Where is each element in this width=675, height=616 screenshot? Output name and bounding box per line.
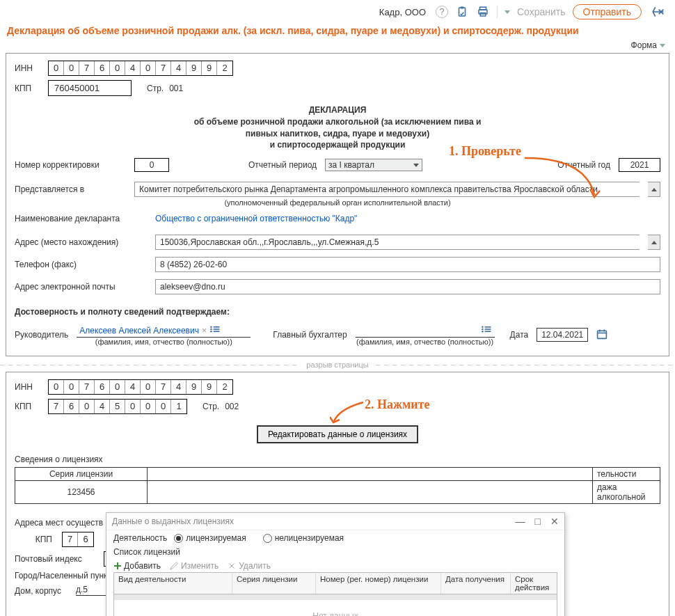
svg-point-7 — [210, 331, 212, 332]
digit-box[interactable]: 4 — [125, 380, 141, 394]
digit-box[interactable]: 0 — [141, 61, 156, 75]
col-activity: Вид деятельности — [114, 573, 232, 594]
licenses-dialog: Данные о выданных лицензиях — □ ✕ Деятел… — [106, 512, 565, 616]
close-icon[interactable]: ✕ — [550, 516, 559, 527]
digit-box[interactable]: 0 — [49, 61, 64, 75]
digit-box[interactable]: 0 — [49, 380, 64, 394]
digit-box[interactable]: 0 — [110, 380, 125, 394]
delete-button[interactable]: Удалить — [227, 561, 271, 571]
dropdown-button[interactable] — [648, 182, 660, 197]
address-input[interactable]: 150036,Ярославская обл.,,г.Ярославль,,,у… — [155, 235, 640, 250]
pencil-icon — [169, 561, 179, 571]
trash-icon — [227, 561, 237, 571]
clear-icon[interactable]: × — [202, 326, 207, 335]
digit-box[interactable]: 0 — [79, 400, 95, 413]
list-icon[interactable] — [209, 325, 221, 335]
save-button[interactable]: Сохранить — [517, 6, 566, 17]
kpp2-digits[interactable]: 76 — [62, 532, 94, 547]
digit-box[interactable]: 1 — [171, 400, 186, 413]
email-input[interactable]: alekseev@dno.ru — [155, 279, 660, 294]
date-input[interactable]: 12.04.2021 — [537, 328, 588, 342]
calendar-icon[interactable] — [596, 329, 608, 342]
kpp-value[interactable]: 760450001 — [48, 80, 132, 96]
digit-box[interactable]: 4 — [125, 61, 141, 75]
digit-box[interactable]: 0 — [156, 400, 171, 413]
edit-licenses-button[interactable]: Редактировать данные о лицензиях — [257, 425, 418, 443]
inn-digits[interactable]: 007604074992 — [48, 379, 233, 395]
digit-box[interactable]: 6 — [95, 61, 110, 75]
digit-box[interactable]: 2 — [217, 61, 232, 75]
digit-box[interactable]: 7 — [79, 61, 95, 75]
page-str-label: Стр. — [147, 84, 164, 93]
digit-box[interactable]: 6 — [78, 532, 93, 546]
chevron-down-icon[interactable] — [660, 44, 665, 47]
head-field[interactable]: Алексеев Алексей Алексеевич × — [77, 324, 251, 338]
digit-box[interactable]: 0 — [141, 380, 156, 394]
declarant-link[interactable]: Общество с ограниченной ответственностью… — [155, 214, 357, 223]
digit-box[interactable]: 9 — [202, 61, 217, 75]
digit-box[interactable]: 7 — [49, 400, 64, 413]
table-row[interactable] — [113, 594, 557, 600]
phone-input[interactable]: 8 (4852) 26-02-60 — [155, 257, 660, 272]
digit-box[interactable]: 9 — [186, 380, 202, 394]
accountant-field[interactable] — [356, 324, 495, 338]
fio-hint: (фамилия, имя, отчество (полностью)) — [356, 338, 495, 346]
col-date: Дата получения — [441, 573, 511, 594]
kpp-label: КПП — [15, 402, 42, 411]
minimize-icon[interactable]: — — [516, 516, 525, 527]
digit-box[interactable]: 7 — [156, 380, 171, 394]
house-label: Дом, корпус — [15, 586, 70, 596]
close-icon[interactable] — [649, 4, 667, 19]
digit-box[interactable]: 0 — [64, 61, 79, 75]
maximize-icon[interactable]: □ — [535, 516, 541, 527]
address-label: Адрес (место нахождения) — [15, 237, 147, 247]
license-columns: Вид деятельности Серия лицензии Номер (р… — [113, 572, 557, 594]
page-str-label: Стр. — [202, 402, 219, 411]
digit-box[interactable]: 0 — [125, 400, 141, 413]
digit-box[interactable]: 2 — [217, 380, 232, 394]
addresses-label: Адреса мест осуществ — [15, 518, 103, 528]
digit-box[interactable]: 7 — [79, 380, 95, 394]
cell-series: 123456 — [15, 481, 148, 504]
edit-button[interactable]: Изменить — [169, 561, 219, 571]
activity-label: Деятельность — [113, 533, 167, 543]
digit-box[interactable]: 9 — [186, 61, 202, 75]
digit-box[interactable]: 5 — [110, 400, 125, 413]
digit-box[interactable]: 7 — [156, 61, 171, 75]
digit-box[interactable]: 4 — [95, 400, 110, 413]
radio-unlicensed[interactable]: нелицензируемая — [263, 533, 344, 543]
dialog-toolbar: Добавить Изменить Удалить — [113, 561, 557, 571]
postal-label: Почтовый индекс — [15, 554, 98, 564]
digit-box[interactable]: 6 — [95, 380, 110, 394]
kpp-digits[interactable]: 760450001 — [48, 399, 187, 414]
radio-licensed-label: лицензируемая — [186, 533, 246, 543]
digit-box[interactable]: 0 — [110, 61, 125, 75]
digit-box[interactable]: 9 — [202, 380, 217, 394]
declarant-label: Наименование декларанта — [15, 214, 147, 223]
col-regno: Номер (рег. номер) лицензии — [316, 573, 441, 594]
digit-box[interactable]: 4 — [171, 380, 186, 394]
svg-point-11 — [482, 326, 483, 328]
digit-box[interactable]: 0 — [64, 380, 79, 394]
clipboard-icon[interactable] — [455, 5, 469, 19]
form-page-1: ИНН 007604074992 КПП 760450001 Стр. 001 … — [6, 53, 669, 356]
print-icon[interactable] — [476, 5, 490, 19]
correction-input[interactable]: 0 — [134, 158, 169, 172]
digit-box[interactable]: 7 — [63, 532, 78, 546]
add-button[interactable]: Добавить — [113, 561, 161, 571]
form-link[interactable]: Форма — [631, 40, 657, 50]
dialog-title: Данные о выданных лицензиях — [112, 516, 234, 526]
inn-digits[interactable]: 007604074992 — [48, 61, 233, 76]
digit-box[interactable]: 6 — [64, 400, 79, 413]
year-input[interactable]: 2021 — [619, 158, 660, 172]
list-icon[interactable] — [481, 325, 492, 335]
send-button[interactable]: Отправить — [573, 4, 642, 19]
digit-box[interactable]: 0 — [141, 400, 156, 413]
arrow-icon — [330, 399, 368, 427]
chevron-down-icon[interactable] — [505, 10, 510, 14]
radio-licensed[interactable]: лицензируемая — [174, 533, 246, 543]
help-icon[interactable]: ? — [436, 6, 448, 18]
dropdown-button[interactable] — [648, 235, 660, 250]
period-select[interactable]: за I квартал — [325, 159, 422, 171]
digit-box[interactable]: 4 — [171, 61, 186, 75]
